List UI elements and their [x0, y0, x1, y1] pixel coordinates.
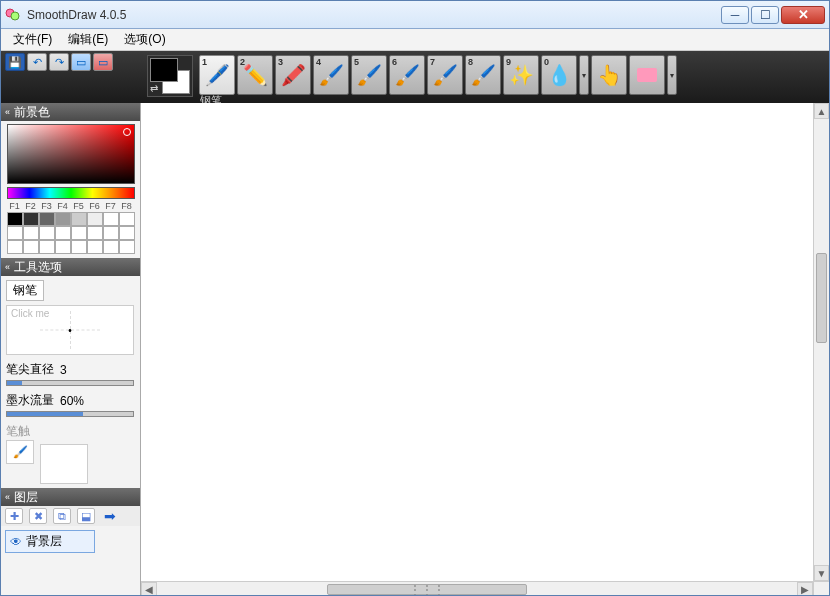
brush-preview-area[interactable]: Click me • — [6, 305, 134, 355]
horizontal-scrollbar[interactable]: ◀ ⋮⋮⋮ ▶ — [141, 581, 813, 596]
texture-picker-button[interactable]: 🖌️ — [6, 440, 34, 464]
swatch-cell[interactable] — [71, 240, 87, 254]
swap-colors-icon[interactable]: ⇄ — [150, 83, 158, 94]
scroll-right-arrow[interactable]: ▶ — [797, 582, 813, 596]
app-icon — [5, 7, 21, 23]
scroll-corner — [813, 581, 829, 596]
layer-item[interactable]: 👁 背景层 — [5, 530, 95, 553]
swatch-cell[interactable] — [103, 226, 119, 240]
panel-header-layers[interactable]: «图层 — [1, 488, 140, 506]
swatch-cell[interactable] — [23, 226, 39, 240]
vscroll-thumb[interactable] — [816, 253, 827, 343]
drop-icon: 💧 — [547, 63, 572, 87]
swatch-cell[interactable] — [119, 226, 135, 240]
color-swatch-pair[interactable]: ⇄ — [147, 55, 193, 97]
swatch-cell[interactable] — [39, 240, 55, 254]
new-layer-button[interactable]: ✚ — [5, 508, 23, 524]
swatch-cell[interactable] — [87, 240, 103, 254]
swatch-cell[interactable] — [7, 212, 23, 226]
swatch-cell[interactable] — [119, 212, 135, 226]
brush-icon: 🖌️ — [433, 63, 458, 87]
eraser-icon — [637, 68, 657, 82]
swatch-cell[interactable] — [23, 240, 39, 254]
swatch-cell[interactable] — [71, 226, 87, 240]
swatch-cell[interactable] — [55, 240, 71, 254]
swatch-cell[interactable] — [103, 240, 119, 254]
menu-edit[interactable]: 编辑(E) — [60, 29, 116, 50]
maximize-button[interactable]: ☐ — [751, 6, 779, 24]
brush-icon: 🖌️ — [395, 63, 420, 87]
tip-diameter-value: 3 — [60, 363, 67, 377]
swatch-cell[interactable] — [39, 226, 55, 240]
brush-6[interactable]: 6🖌️ — [389, 55, 425, 95]
layer-menu-button[interactable]: ➡ — [101, 508, 119, 524]
close-button[interactable]: ✕ — [781, 6, 825, 24]
pen-icon: 🖊️ — [205, 63, 230, 87]
brush-9-star[interactable]: 9✨ — [503, 55, 539, 95]
menu-options[interactable]: 选项(O) — [116, 29, 173, 50]
save-button[interactable]: 💾 — [5, 53, 25, 71]
visibility-icon[interactable]: 👁 — [10, 535, 22, 549]
panel-header-tool-options[interactable]: «工具选项 — [1, 258, 140, 276]
brush-2-pencil[interactable]: 2✏️ — [237, 55, 273, 95]
scroll-down-arrow[interactable]: ▼ — [814, 565, 829, 581]
new-button[interactable]: ▭ — [71, 53, 91, 71]
brush-smudge[interactable]: 👆 — [591, 55, 627, 95]
swatch-cell[interactable] — [103, 212, 119, 226]
tip-diameter-slider[interactable] — [6, 380, 134, 386]
scroll-left-arrow[interactable]: ◀ — [141, 582, 157, 596]
layer-name: 背景层 — [26, 533, 62, 550]
scroll-up-arrow[interactable]: ▲ — [814, 103, 829, 119]
foreground-color-swatch[interactable] — [150, 58, 178, 82]
redo-button[interactable]: ↷ — [49, 53, 69, 71]
swatch-cell[interactable] — [71, 212, 87, 226]
swatch-cell[interactable] — [7, 226, 23, 240]
brush-1-pen[interactable]: 1🖊️ 钢笔 — [199, 55, 235, 95]
ink-flow-slider[interactable] — [6, 411, 134, 417]
swatch-cell[interactable] — [23, 212, 39, 226]
ink-flow-label: 墨水流量 — [6, 392, 54, 409]
swatch-cell[interactable] — [87, 226, 103, 240]
smudge-icon: 👆 — [597, 63, 622, 87]
swatch-cell[interactable] — [87, 212, 103, 226]
eraser-more-dropdown[interactable]: ▾ — [667, 55, 677, 95]
delete-button[interactable]: ▭ — [93, 53, 113, 71]
brush-icon: 🖌️ — [13, 445, 28, 459]
brush-0-water[interactable]: 0💧 — [541, 55, 577, 95]
menu-file[interactable]: 文件(F) — [5, 29, 60, 50]
brush-5[interactable]: 5🖌️ — [351, 55, 387, 95]
swatch-grid — [7, 212, 135, 254]
swatch-cell[interactable] — [55, 212, 71, 226]
menu-bar: 文件(F) 编辑(E) 选项(O) — [1, 29, 829, 51]
brush-eraser[interactable] — [629, 55, 665, 95]
collapse-icon: « — [5, 107, 10, 117]
brush-4[interactable]: 4🖌️ — [313, 55, 349, 95]
swatch-cell[interactable] — [55, 226, 71, 240]
merge-layer-button[interactable]: ⬓ — [77, 508, 95, 524]
hue-slider[interactable] — [7, 187, 135, 199]
swatch-cell[interactable] — [39, 212, 55, 226]
brush-7[interactable]: 7🖌️ — [427, 55, 463, 95]
minimize-button[interactable]: ─ — [721, 6, 749, 24]
swatch-cell[interactable] — [119, 240, 135, 254]
vertical-scrollbar[interactable]: ▲ ▼ — [813, 103, 829, 581]
texture-label: 笔触 — [6, 423, 30, 440]
collapse-icon: « — [5, 492, 10, 502]
panel-header-foreground-color[interactable]: «前景色 — [1, 103, 140, 121]
delete-layer-button[interactable]: ✖ — [29, 508, 47, 524]
hscroll-thumb[interactable]: ⋮⋮⋮ — [327, 584, 527, 595]
duplicate-layer-button[interactable]: ⧉ — [53, 508, 71, 524]
layer-list: 👁 背景层 — [1, 526, 140, 557]
brush-icon: 🖌️ — [471, 63, 496, 87]
brush-8[interactable]: 8🖌️ — [465, 55, 501, 95]
click-me-hint: Click me — [11, 308, 49, 319]
star-icon: ✨ — [509, 63, 534, 87]
color-field[interactable] — [7, 124, 135, 184]
brush-3-marker[interactable]: 3🖍️ — [275, 55, 311, 95]
tip-diameter-label: 笔尖直径 — [6, 361, 54, 378]
undo-button[interactable]: ↶ — [27, 53, 47, 71]
swatch-cell[interactable] — [7, 240, 23, 254]
brush-more-dropdown[interactable]: ▾ — [579, 55, 589, 95]
canvas-area: ▲ ▼ ◀ ⋮⋮⋮ ▶ — [141, 103, 829, 596]
canvas[interactable] — [141, 103, 813, 581]
